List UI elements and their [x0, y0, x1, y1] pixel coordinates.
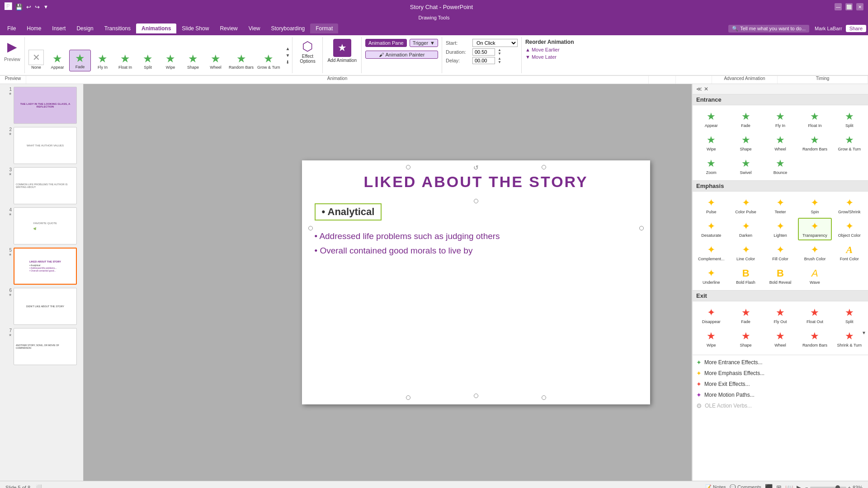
- slide-image-1[interactable]: THE LADY IN THE LOOKING GLASS, A REFLECT…: [14, 87, 77, 124]
- more-motion-paths-button[interactable]: ✦ More Motion Paths...: [693, 389, 868, 400]
- anim-emphasis-growshrink[interactable]: ✦ Grow/Shrink: [833, 194, 866, 217]
- move-earlier-button[interactable]: ▲ Move Earlier: [525, 47, 574, 52]
- tab-animations[interactable]: Animations: [136, 23, 176, 33]
- normal-view-btn[interactable]: ⬛: [765, 484, 773, 488]
- slide-thumb-7[interactable]: 7 ★ ANOTHER STORY, SONG, OR MOVIE OF COM…: [2, 327, 81, 366]
- anim-growturn[interactable]: ★ Grow & Turn: [256, 51, 282, 71]
- slide-thumb-1[interactable]: 1 ★ THE LADY IN THE LOOKING GLASS, A REF…: [2, 86, 81, 125]
- anim-entrance-randombars[interactable]: ★ Random Bars: [798, 131, 831, 154]
- content-handle-bottom[interactable]: [474, 394, 478, 398]
- anim-emphasis-pulse[interactable]: ✦ Pulse: [694, 194, 728, 217]
- tab-insert[interactable]: Insert: [47, 23, 71, 33]
- duration-arrows[interactable]: ▲ ▼: [497, 48, 502, 56]
- slide-rotate-handle[interactable]: ↺: [473, 164, 479, 171]
- start-select[interactable]: On Click With Previous After Previous: [472, 39, 518, 47]
- anim-fade[interactable]: ★ Fade: [69, 50, 91, 71]
- anim-entrance-growturn[interactable]: ★ Grow & Turn: [833, 131, 866, 154]
- anim-exit-shape[interactable]: ★ Shape: [729, 328, 762, 350]
- anim-emphasis-colorpulse[interactable]: ✦ Color Pulse: [729, 194, 762, 217]
- notes-button[interactable]: 📝 Notes: [705, 484, 726, 488]
- analytical-box[interactable]: • Analytical: [315, 203, 382, 221]
- close-btn[interactable]: ✕: [856, 3, 863, 10]
- anim-none[interactable]: ✕ None: [27, 48, 46, 71]
- slide-thumb-5[interactable]: 5 ★ LIKED ABOUT THE STORY • Analytical •…: [2, 247, 81, 286]
- preview-button[interactable]: ▶: [4, 39, 21, 55]
- anim-emphasis-fontcolor[interactable]: A Font Color: [833, 241, 866, 264]
- slide-thumb-3[interactable]: 3 ★ COMMON LIFE PROBLEMS THE AUTHOR IS W…: [2, 166, 81, 205]
- anim-entrance-wipe[interactable]: ★ Wipe: [694, 131, 728, 154]
- anim-exit-split[interactable]: ★ Split: [833, 304, 866, 327]
- animation-painter-button[interactable]: 🖌 Animation Painter: [365, 51, 438, 59]
- anim-entrance-bounce[interactable]: ★ Bounce: [764, 155, 797, 178]
- anim-emphasis-teeter[interactable]: ✦ Teeter: [764, 194, 797, 217]
- slide-sorter-btn[interactable]: ⊞: [776, 484, 782, 488]
- restore-btn[interactable]: ⬜: [845, 3, 853, 10]
- anim-floatin[interactable]: ★ Float In: [114, 51, 136, 71]
- comments-button[interactable]: 💬 Comments: [730, 484, 761, 488]
- more-exit-effects-button[interactable]: ✦ More Exit Effects...: [693, 379, 868, 389]
- minimize-btn[interactable]: —: [835, 3, 842, 10]
- anim-shape[interactable]: ★ Shape: [182, 51, 204, 71]
- collapse-left-icon[interactable]: ≪: [696, 86, 702, 92]
- anim-wheel[interactable]: ★ Wheel: [205, 51, 226, 71]
- tab-design[interactable]: Design: [71, 23, 99, 33]
- duration-down-arrow[interactable]: ▼: [497, 52, 502, 56]
- duration-input[interactable]: [472, 48, 495, 56]
- anim-entrance-split[interactable]: ★ Split: [833, 108, 866, 131]
- selection-handle-bottom-right[interactable]: [542, 395, 546, 400]
- delay-down-arrow[interactable]: ▼: [497, 61, 502, 64]
- more-entrance-effects-button[interactable]: ✦ More Entrance Effects...: [693, 357, 868, 368]
- save-btn[interactable]: 💾: [15, 4, 23, 10]
- anim-split[interactable]: ★ Split: [137, 51, 159, 71]
- anim-entrance-shape[interactable]: ★ Shape: [729, 131, 762, 154]
- anim-emphasis-desaturate[interactable]: ✦ Desaturate: [694, 218, 728, 240]
- content-handle-right[interactable]: [639, 226, 644, 230]
- exit-scroll-down-icon[interactable]: ▼: [862, 330, 866, 335]
- zoom-control[interactable]: − + 83%: [805, 485, 863, 488]
- slide-image-5[interactable]: LIKED ABOUT THE STORY • Analytical • Add…: [14, 248, 77, 285]
- collapse-right-icon[interactable]: ✕: [704, 86, 708, 92]
- customize-btn[interactable]: ▼: [43, 4, 48, 9]
- anim-panel-collapse-arrows[interactable]: ≪ ✕: [696, 86, 708, 92]
- anim-emphasis-wave[interactable]: A Wave: [798, 265, 831, 287]
- anim-exit-wipe[interactable]: ★ Wipe: [694, 328, 728, 350]
- redo-btn[interactable]: ↪: [35, 4, 40, 10]
- anim-emphasis-lighten[interactable]: ✦ Lighten: [764, 218, 797, 240]
- zoom-in-icon[interactable]: +: [848, 485, 851, 488]
- selection-handle-bottom-left[interactable]: [406, 395, 410, 400]
- slide-image-4[interactable]: FAVORITE QUOTE🌿: [14, 207, 77, 244]
- slide-image-2[interactable]: WHAT THE AUTHOR VALUES: [14, 127, 77, 164]
- slide-image-7[interactable]: ANOTHER STORY, SONG, OR MOVIE OF COMPARI…: [14, 328, 77, 365]
- anim-emphasis-brushcolor[interactable]: ✦ Brush Color: [798, 241, 831, 264]
- anim-emphasis-transparency[interactable]: ✦ Transparency: [798, 218, 831, 240]
- anim-exit-flyout[interactable]: ★ Fly Out: [764, 304, 797, 327]
- slideshow-view-btn[interactable]: ▶: [797, 484, 802, 488]
- share-button[interactable]: Share: [846, 25, 866, 32]
- anim-entrance-fade[interactable]: ★ Fade: [729, 108, 762, 131]
- zoom-out-icon[interactable]: −: [805, 485, 808, 488]
- tab-view[interactable]: View: [243, 23, 266, 33]
- tab-transitions[interactable]: Transitions: [99, 23, 136, 33]
- anim-emphasis-fillcolor[interactable]: ✦ Fill Color: [764, 241, 797, 264]
- selection-handle-top-right[interactable]: [542, 165, 546, 169]
- tab-format[interactable]: Format: [310, 23, 338, 33]
- anim-emphasis-underline[interactable]: ✦ Underline: [694, 265, 728, 287]
- anim-emphasis-boldflash[interactable]: B Bold Flash: [729, 265, 762, 287]
- move-later-button[interactable]: ▼ Move Later: [525, 54, 574, 60]
- tab-home[interactable]: Home: [21, 23, 47, 33]
- anim-exit-randombars[interactable]: ★ Random Bars: [798, 328, 831, 350]
- undo-btn[interactable]: ↩: [26, 4, 31, 10]
- scroll-down-arrow[interactable]: ▼: [284, 52, 292, 58]
- anim-exit-disappear[interactable]: ✦ Disappear: [694, 304, 728, 327]
- anim-exit-shrinkturn[interactable]: ★ Shrink & Turn ▼: [833, 328, 866, 350]
- ribbon-search[interactable]: 🔍 Tell me what you want to do...: [728, 25, 809, 33]
- anim-entrance-wheel[interactable]: ★ Wheel: [764, 131, 797, 154]
- tab-review[interactable]: Review: [214, 23, 243, 33]
- anim-emphasis-complement[interactable]: ✦ Complement...: [694, 241, 728, 264]
- anim-entrance-swivel[interactable]: ★ Swivel: [729, 155, 762, 178]
- animation-pane-button[interactable]: Animation Pane: [365, 39, 407, 47]
- slide-image-3[interactable]: COMMON LIFE PROBLEMS THE AUTHOR IS WRITI…: [14, 167, 77, 204]
- selection-handle-top-left[interactable]: [406, 165, 410, 169]
- more-emphasis-effects-button[interactable]: ✦ More Emphasis Effects...: [693, 368, 868, 379]
- anim-wipe[interactable]: ★ Wipe: [160, 51, 181, 71]
